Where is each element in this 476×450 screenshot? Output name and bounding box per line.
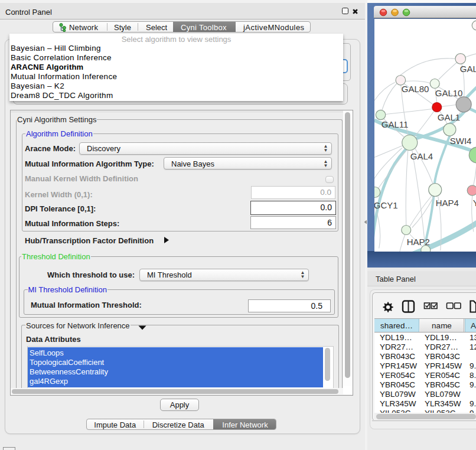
svg-text:GAL11: GAL11 — [381, 119, 408, 129]
svg-text:YB: YB — [472, 197, 476, 207]
svg-text:GCY1: GCY1 — [374, 200, 398, 210]
svg-text:GAL2: GAL2 — [459, 63, 476, 73]
svg-text:GAL4: GAL4 — [410, 151, 432, 161]
svg-text:HAP4: HAP4 — [435, 197, 458, 207]
svg-text:GAL10: GAL10 — [435, 87, 462, 97]
svg-text:GAL1: GAL1 — [437, 112, 459, 122]
svg-text:GAL80: GAL80 — [401, 83, 429, 93]
svg-text:HAP2: HAP2 — [406, 236, 429, 246]
svg-text:SWI4: SWI4 — [449, 135, 471, 145]
